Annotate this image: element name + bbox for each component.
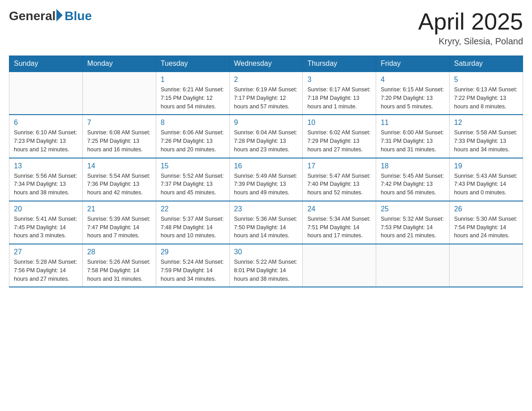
day-info: Sunrise: 5:56 AM Sunset: 7:34 PM Dayligh…: [14, 172, 78, 197]
calendar-cell-w1-d0: [9, 72, 83, 115]
calendar-cell-w1-d2: 1Sunrise: 6:21 AM Sunset: 7:15 PM Daylig…: [156, 72, 229, 115]
calendar-cell-w1-d4: 3Sunrise: 6:17 AM Sunset: 7:18 PM Daylig…: [303, 72, 376, 115]
col-sunday: Sunday: [9, 56, 83, 72]
day-info: Sunrise: 5:34 AM Sunset: 7:51 PM Dayligh…: [307, 215, 371, 240]
calendar-table: Sunday Monday Tuesday Wednesday Thursday…: [9, 56, 523, 287]
day-info: Sunrise: 5:45 AM Sunset: 7:42 PM Dayligh…: [381, 172, 445, 197]
calendar-cell-w2-d5: 11Sunrise: 6:00 AM Sunset: 7:31 PM Dayli…: [376, 115, 450, 158]
calendar-cell-w1-d3: 2Sunrise: 6:19 AM Sunset: 7:17 PM Daylig…: [229, 72, 303, 115]
calendar-cell-w3-d5: 18Sunrise: 5:45 AM Sunset: 7:42 PM Dayli…: [376, 158, 450, 201]
calendar-cell-w4-d3: 23Sunrise: 5:36 AM Sunset: 7:50 PM Dayli…: [229, 201, 303, 244]
col-thursday: Thursday: [303, 56, 376, 72]
day-info: Sunrise: 5:58 AM Sunset: 7:33 PM Dayligh…: [454, 128, 518, 154]
day-number: 17: [307, 162, 371, 170]
col-monday: Monday: [82, 56, 156, 72]
location-subtitle: Kryry, Silesia, Poland: [418, 36, 523, 47]
calendar-cell-w4-d4: 24Sunrise: 5:34 AM Sunset: 7:51 PM Dayli…: [303, 201, 376, 244]
calendar-cell-w2-d0: 6Sunrise: 6:10 AM Sunset: 7:23 PM Daylig…: [9, 115, 83, 158]
calendar-week-row-2: 6Sunrise: 6:10 AM Sunset: 7:23 PM Daylig…: [9, 115, 523, 158]
day-info: Sunrise: 6:15 AM Sunset: 7:20 PM Dayligh…: [381, 86, 445, 111]
calendar-week-row-5: 27Sunrise: 5:28 AM Sunset: 7:56 PM Dayli…: [9, 244, 523, 287]
calendar-cell-w5-d0: 27Sunrise: 5:28 AM Sunset: 7:56 PM Dayli…: [9, 244, 83, 287]
day-number: 8: [161, 119, 225, 127]
calendar-cell-w2-d2: 8Sunrise: 6:06 AM Sunset: 7:26 PM Daylig…: [156, 115, 229, 158]
day-number: 20: [14, 205, 78, 213]
day-number: 5: [454, 76, 518, 84]
calendar-cell-w3-d4: 17Sunrise: 5:47 AM Sunset: 7:40 PM Dayli…: [303, 158, 376, 201]
logo-general-text: General: [9, 9, 56, 23]
col-wednesday: Wednesday: [229, 56, 303, 72]
calendar-week-row-1: 1Sunrise: 6:21 AM Sunset: 7:15 PM Daylig…: [9, 72, 523, 115]
day-info: Sunrise: 6:06 AM Sunset: 7:26 PM Dayligh…: [161, 128, 225, 154]
day-info: Sunrise: 6:19 AM Sunset: 7:17 PM Dayligh…: [234, 86, 298, 111]
logo: General Blue: [9, 9, 92, 23]
month-year-title: April 2025: [418, 9, 523, 34]
day-number: 2: [234, 76, 298, 84]
calendar-cell-w5-d2: 29Sunrise: 5:24 AM Sunset: 7:59 PM Dayli…: [156, 244, 229, 287]
calendar-cell-w2-d3: 9Sunrise: 6:04 AM Sunset: 7:28 PM Daylig…: [229, 115, 303, 158]
calendar-cell-w5-d3: 30Sunrise: 5:22 AM Sunset: 8:01 PM Dayli…: [229, 244, 303, 287]
day-number: 6: [14, 119, 78, 127]
day-number: 25: [381, 205, 445, 213]
logo-arrow-icon: [56, 9, 63, 21]
day-number: 27: [14, 248, 78, 256]
calendar-cell-w2-d6: 12Sunrise: 5:58 AM Sunset: 7:33 PM Dayli…: [450, 115, 523, 158]
day-number: 15: [161, 162, 225, 170]
calendar-cell-w5-d4: [303, 244, 376, 287]
day-number: 14: [87, 162, 151, 170]
day-info: Sunrise: 5:47 AM Sunset: 7:40 PM Dayligh…: [307, 172, 371, 197]
calendar-cell-w3-d0: 13Sunrise: 5:56 AM Sunset: 7:34 PM Dayli…: [9, 158, 83, 201]
day-number: 29: [161, 248, 225, 256]
day-number: 10: [307, 119, 371, 127]
day-info: Sunrise: 5:32 AM Sunset: 7:53 PM Dayligh…: [381, 215, 445, 240]
calendar-cell-w1-d5: 4Sunrise: 6:15 AM Sunset: 7:20 PM Daylig…: [376, 72, 450, 115]
day-info: Sunrise: 5:41 AM Sunset: 7:45 PM Dayligh…: [14, 215, 78, 240]
calendar-week-row-3: 13Sunrise: 5:56 AM Sunset: 7:34 PM Dayli…: [9, 158, 523, 201]
day-info: Sunrise: 5:24 AM Sunset: 7:59 PM Dayligh…: [161, 258, 225, 283]
calendar-cell-w5-d6: [450, 244, 523, 287]
day-number: 12: [454, 119, 518, 127]
day-info: Sunrise: 5:37 AM Sunset: 7:48 PM Dayligh…: [161, 215, 225, 240]
day-info: Sunrise: 6:17 AM Sunset: 7:18 PM Dayligh…: [307, 86, 371, 111]
day-info: Sunrise: 6:04 AM Sunset: 7:28 PM Dayligh…: [234, 128, 298, 154]
day-info: Sunrise: 5:22 AM Sunset: 8:01 PM Dayligh…: [234, 258, 298, 283]
day-info: Sunrise: 5:43 AM Sunset: 7:43 PM Dayligh…: [454, 172, 518, 197]
day-info: Sunrise: 5:28 AM Sunset: 7:56 PM Dayligh…: [14, 258, 78, 283]
day-number: 30: [234, 248, 298, 256]
page-header: General Blue April 2025 Kryry, Silesia, …: [9, 9, 523, 47]
day-info: Sunrise: 5:30 AM Sunset: 7:54 PM Dayligh…: [454, 215, 518, 240]
col-friday: Friday: [376, 56, 450, 72]
logo-blue-text: Blue: [64, 9, 92, 23]
calendar-cell-w4-d6: 26Sunrise: 5:30 AM Sunset: 7:54 PM Dayli…: [450, 201, 523, 244]
day-number: 3: [307, 76, 371, 84]
calendar-week-row-4: 20Sunrise: 5:41 AM Sunset: 7:45 PM Dayli…: [9, 201, 523, 244]
day-number: 22: [161, 205, 225, 213]
calendar-cell-w3-d1: 14Sunrise: 5:54 AM Sunset: 7:36 PM Dayli…: [82, 158, 156, 201]
day-info: Sunrise: 5:52 AM Sunset: 7:37 PM Dayligh…: [161, 172, 225, 197]
day-number: 1: [161, 76, 225, 84]
calendar-cell-w3-d2: 15Sunrise: 5:52 AM Sunset: 7:37 PM Dayli…: [156, 158, 229, 201]
day-info: Sunrise: 6:10 AM Sunset: 7:23 PM Dayligh…: [14, 128, 78, 154]
day-info: Sunrise: 5:54 AM Sunset: 7:36 PM Dayligh…: [87, 172, 151, 197]
day-info: Sunrise: 6:00 AM Sunset: 7:31 PM Dayligh…: [381, 128, 445, 154]
col-saturday: Saturday: [450, 56, 523, 72]
calendar-cell-w3-d6: 19Sunrise: 5:43 AM Sunset: 7:43 PM Dayli…: [450, 158, 523, 201]
calendar-cell-w3-d3: 16Sunrise: 5:49 AM Sunset: 7:39 PM Dayli…: [229, 158, 303, 201]
day-info: Sunrise: 5:26 AM Sunset: 7:58 PM Dayligh…: [87, 258, 151, 283]
day-number: 19: [454, 162, 518, 170]
day-number: 4: [381, 76, 445, 84]
day-info: Sunrise: 6:02 AM Sunset: 7:29 PM Dayligh…: [307, 128, 371, 154]
day-number: 18: [381, 162, 445, 170]
calendar-cell-w4-d0: 20Sunrise: 5:41 AM Sunset: 7:45 PM Dayli…: [9, 201, 83, 244]
calendar-cell-w4-d5: 25Sunrise: 5:32 AM Sunset: 7:53 PM Dayli…: [376, 201, 450, 244]
day-number: 26: [454, 205, 518, 213]
day-info: Sunrise: 6:08 AM Sunset: 7:25 PM Dayligh…: [87, 128, 151, 154]
day-number: 21: [87, 205, 151, 213]
col-tuesday: Tuesday: [156, 56, 229, 72]
day-number: 24: [307, 205, 371, 213]
day-number: 7: [87, 119, 151, 127]
day-info: Sunrise: 6:21 AM Sunset: 7:15 PM Dayligh…: [161, 86, 225, 111]
calendar-header-row: Sunday Monday Tuesday Wednesday Thursday…: [9, 56, 523, 72]
day-number: 13: [14, 162, 78, 170]
day-number: 28: [87, 248, 151, 256]
